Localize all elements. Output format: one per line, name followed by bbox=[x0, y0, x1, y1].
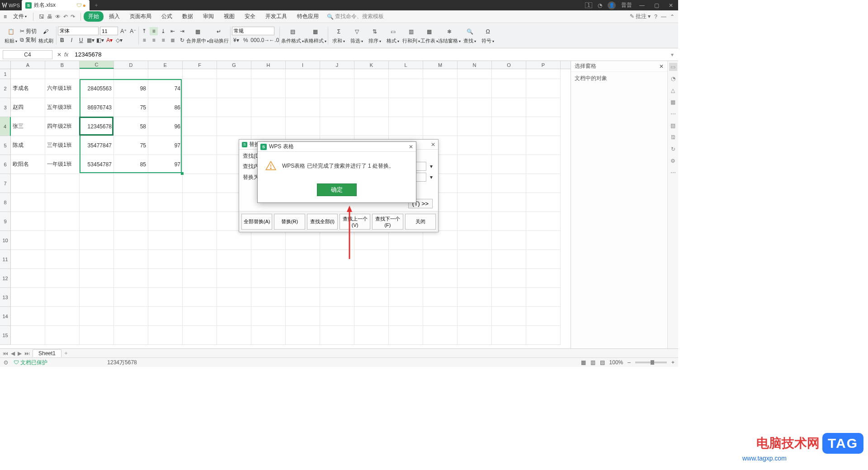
cell[interactable] bbox=[526, 98, 561, 117]
cell[interactable] bbox=[251, 98, 286, 117]
cell[interactable] bbox=[492, 288, 526, 307]
merge-button[interactable]: ▦ 合并居中 bbox=[186, 27, 209, 44]
close-button[interactable]: ✕ bbox=[666, 2, 675, 9]
cell[interactable] bbox=[148, 269, 183, 288]
name-box[interactable]: C4 bbox=[3, 50, 52, 59]
sheet-tab[interactable]: Sheet1 bbox=[33, 349, 61, 357]
cell[interactable] bbox=[80, 326, 114, 345]
cell[interactable] bbox=[526, 250, 561, 269]
cell[interactable] bbox=[114, 326, 148, 345]
cell[interactable] bbox=[492, 98, 526, 117]
cell[interactable] bbox=[492, 136, 526, 155]
cell[interactable] bbox=[80, 288, 114, 307]
row-header[interactable]: 9 bbox=[0, 212, 11, 231]
align-center-icon[interactable]: ≡ bbox=[150, 36, 158, 44]
cell[interactable] bbox=[45, 174, 80, 193]
font-family-select[interactable] bbox=[58, 27, 99, 35]
file-menu[interactable]: 文件▾ bbox=[9, 12, 30, 21]
cell[interactable]: 28405563 bbox=[80, 79, 114, 98]
cell[interactable] bbox=[11, 326, 45, 345]
cell[interactable] bbox=[80, 212, 114, 231]
row-header[interactable]: 2 bbox=[0, 79, 11, 98]
print-preview-icon[interactable]: 👁 bbox=[55, 14, 61, 20]
row-header[interactable]: 7 bbox=[0, 174, 11, 193]
find-prev-button[interactable]: 查找上一个(V) bbox=[340, 214, 370, 230]
decrease-font-icon[interactable]: A⁻ bbox=[129, 27, 137, 35]
cell[interactable] bbox=[526, 307, 561, 326]
view-page-icon[interactable]: ▥ bbox=[590, 359, 595, 366]
thousands-icon[interactable]: 000 bbox=[251, 36, 259, 44]
cell[interactable] bbox=[492, 212, 526, 231]
cell[interactable] bbox=[217, 98, 251, 117]
cell[interactable] bbox=[286, 288, 320, 307]
col-header[interactable]: C bbox=[80, 61, 114, 69]
cell[interactable]: 58 bbox=[114, 117, 148, 136]
cell[interactable] bbox=[217, 269, 251, 288]
cell[interactable] bbox=[11, 231, 45, 250]
cell[interactable] bbox=[251, 326, 286, 345]
col-header[interactable]: I bbox=[286, 61, 320, 69]
cell[interactable] bbox=[80, 193, 114, 212]
cell[interactable] bbox=[80, 69, 114, 79]
cell[interactable]: 86976743 bbox=[80, 98, 114, 117]
cell[interactable] bbox=[354, 98, 389, 117]
alert-close-icon[interactable]: ✕ bbox=[409, 144, 413, 150]
cell[interactable] bbox=[11, 269, 45, 288]
cell[interactable] bbox=[183, 326, 217, 345]
clear-format-button[interactable]: ◇▾ bbox=[115, 36, 123, 44]
cell[interactable] bbox=[458, 326, 492, 345]
cell[interactable]: 74 bbox=[148, 79, 183, 98]
cell[interactable] bbox=[492, 193, 526, 212]
cell[interactable] bbox=[183, 231, 217, 250]
indent-inc-icon[interactable]: ⇥ bbox=[178, 27, 186, 35]
cell[interactable] bbox=[114, 212, 148, 231]
cell[interactable]: 五年级3班 bbox=[45, 98, 80, 117]
col-header[interactable]: O bbox=[492, 61, 526, 69]
underline-button[interactable]: U bbox=[77, 36, 85, 44]
skin-icon[interactable]: ◔ bbox=[598, 2, 602, 9]
cell[interactable] bbox=[217, 326, 251, 345]
cell[interactable] bbox=[183, 98, 217, 117]
cell[interactable] bbox=[80, 269, 114, 288]
cell[interactable]: 四年级2班 bbox=[45, 117, 80, 136]
cell[interactable] bbox=[458, 307, 492, 326]
cell[interactable] bbox=[526, 79, 561, 98]
maximize-button[interactable]: ▢ bbox=[652, 2, 661, 9]
cell[interactable] bbox=[526, 231, 561, 250]
col-header[interactable]: L bbox=[389, 61, 423, 69]
cell[interactable] bbox=[148, 307, 183, 326]
indent-dec-icon[interactable]: ⇤ bbox=[169, 27, 177, 35]
percent-icon[interactable]: % bbox=[241, 36, 250, 44]
row-header[interactable]: 15 bbox=[0, 326, 11, 345]
new-tab-button[interactable]: ＋ bbox=[90, 1, 103, 9]
record-macro-icon[interactable]: ⊙ bbox=[4, 359, 8, 366]
row-header[interactable]: 8 bbox=[0, 193, 11, 212]
align-right-icon[interactable]: ≡ bbox=[159, 36, 167, 44]
align-top-icon[interactable]: ⤒ bbox=[140, 27, 148, 35]
bold-button[interactable]: B bbox=[58, 36, 66, 44]
cell[interactable] bbox=[526, 174, 561, 193]
sort-button[interactable]: ⇅排序 bbox=[366, 27, 384, 44]
cell[interactable] bbox=[183, 69, 217, 79]
cell[interactable]: 三年级1班 bbox=[45, 136, 80, 155]
filter-button[interactable]: ▽筛选 bbox=[348, 27, 366, 44]
cell[interactable] bbox=[423, 117, 458, 136]
cell[interactable] bbox=[286, 117, 320, 136]
cell[interactable] bbox=[526, 136, 561, 155]
dialog-close-icon[interactable]: ✕ bbox=[431, 141, 435, 148]
sheet-last-icon[interactable]: ⏭ bbox=[24, 350, 31, 357]
cell[interactable] bbox=[423, 79, 458, 98]
cell[interactable] bbox=[389, 98, 423, 117]
sheet-next-icon[interactable]: ▶ bbox=[17, 350, 23, 357]
tab-security[interactable]: 安全 bbox=[240, 11, 260, 22]
format-painter-button[interactable]: 🖌 格式刷 bbox=[37, 27, 55, 44]
collapse-ribbon-icon[interactable]: ⌃ bbox=[670, 14, 675, 20]
paste-button[interactable]: 📋 粘贴 bbox=[2, 27, 20, 44]
cell[interactable] bbox=[492, 174, 526, 193]
cell[interactable] bbox=[11, 193, 45, 212]
tab-page-layout[interactable]: 页面布局 bbox=[125, 11, 156, 22]
cell[interactable] bbox=[458, 269, 492, 288]
help-icon[interactable]: ? bbox=[654, 14, 657, 20]
min-ribbon-icon[interactable]: — bbox=[661, 14, 666, 20]
cell[interactable]: 75 bbox=[114, 136, 148, 155]
